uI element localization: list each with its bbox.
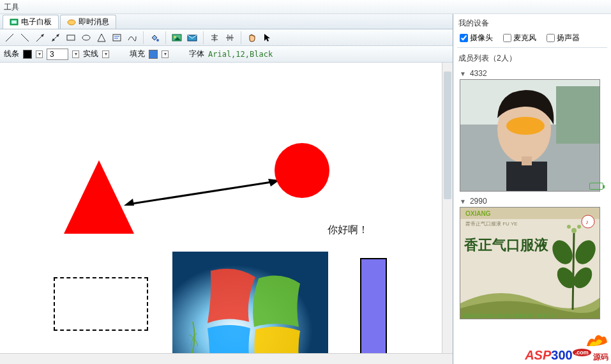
whiteboard-icon <box>10 19 19 26</box>
svg-rect-36 <box>556 86 600 144</box>
members-title: 成员列表（2人） <box>457 48 607 66</box>
left-pane: 电子白板 即时消息 <box>0 14 453 364</box>
fill-color-swatch[interactable] <box>149 50 158 59</box>
tool-arrow[interactable] <box>33 31 47 45</box>
tool-align-center[interactable] <box>207 31 222 45</box>
shape-toolbar <box>0 29 453 46</box>
shape-dashed-rect[interactable] <box>54 277 148 331</box>
svg-line-3 <box>6 34 13 42</box>
tool-image[interactable] <box>170 31 184 45</box>
svg-rect-1 <box>11 20 17 24</box>
tool-triangle[interactable] <box>94 31 109 45</box>
image-windows-logo[interactable] <box>172 252 328 353</box>
svg-line-30 <box>128 181 276 204</box>
svg-rect-33 <box>172 252 328 353</box>
svg-point-55 <box>577 225 581 229</box>
chk-camera[interactable]: 摄像头 <box>460 33 493 43</box>
shape-circle[interactable] <box>275 143 329 198</box>
tool-freehand[interactable] <box>125 31 139 45</box>
menu-bar: 工具 <box>0 0 611 14</box>
tool-align-vcenter[interactable] <box>223 31 237 45</box>
member-item: ▼ 4332 <box>457 66 607 194</box>
right-pane: 我的设备 摄像头 麦克风 扬声器 成员列表（2人） ▼ 4332 <box>453 14 611 364</box>
tool-ellipse[interactable] <box>79 31 93 45</box>
whiteboard-canvas[interactable]: 你好啊！ <box>0 63 442 353</box>
tab-label: 即时消息 <box>79 17 109 27</box>
tool-line-ne[interactable] <box>18 31 32 45</box>
svg-rect-10 <box>67 35 75 40</box>
horizontal-scrollbar[interactable] <box>0 353 453 364</box>
svg-point-2 <box>68 20 75 25</box>
svg-rect-39 <box>506 162 547 192</box>
chk-speaker[interactable]: 扬声器 <box>547 33 580 43</box>
tab-label: 电子白板 <box>21 17 52 27</box>
fill-label: 填充 <box>130 49 145 59</box>
line-color-swatch[interactable] <box>23 50 32 59</box>
tool-email[interactable] <box>185 31 199 45</box>
style-toolbar: 线条 ▾ 3 ▾ 实线 ▾ 填充 ▾ 字体 Arial,12,Black <box>0 46 453 63</box>
svg-point-16 <box>156 39 159 42</box>
svg-line-4 <box>21 34 29 42</box>
svg-point-11 <box>82 35 90 40</box>
tool-text[interactable] <box>110 31 124 45</box>
battery-icon <box>589 183 603 190</box>
member-id: 4332 <box>470 69 487 78</box>
tab-im[interactable]: 即时消息 <box>60 15 116 29</box>
member-id: 2990 <box>470 197 487 206</box>
style-dropdown[interactable]: ▾ <box>102 50 109 58</box>
member-item: ▼ 2990 OXIANG 藿香正气口服液 FU YE ♪ 香正气口服液 <box>457 194 607 322</box>
svg-point-53 <box>571 228 577 233</box>
fill-color-dropdown[interactable]: ▾ <box>162 50 169 58</box>
svg-point-18 <box>174 36 176 38</box>
font-label: 字体 <box>189 49 204 59</box>
device-checkboxes: 摄像头 麦克风 扬声器 <box>457 31 607 48</box>
collapse-icon: ▼ <box>460 70 466 77</box>
svg-line-48 <box>573 233 574 310</box>
vertical-scrollbar[interactable] <box>442 63 453 353</box>
svg-marker-29 <box>264 34 270 42</box>
tool-hand[interactable] <box>245 31 259 45</box>
svg-text:♪: ♪ <box>585 218 589 225</box>
line-color-dropdown[interactable]: ▾ <box>36 50 43 58</box>
line-width-dropdown[interactable]: ▾ <box>72 50 79 58</box>
chat-icon <box>67 19 76 26</box>
member-header[interactable]: ▼ 2990 <box>457 195 607 207</box>
separator <box>143 31 144 44</box>
svg-marker-31 <box>124 199 134 206</box>
svg-text:OXIANG: OXIANG <box>465 210 491 217</box>
style-label: 实线 <box>83 49 98 59</box>
svg-point-54 <box>567 225 571 229</box>
canvas-area: 你好啊！ <box>0 63 453 353</box>
svg-point-38 <box>506 117 545 135</box>
collapse-icon: ▼ <box>460 198 466 205</box>
svg-text:香正气口服液: 香正气口服液 <box>464 237 549 253</box>
member-video[interactable] <box>460 79 600 192</box>
tool-double-arrow[interactable] <box>49 31 63 45</box>
text-hello[interactable]: 你好啊！ <box>328 224 368 237</box>
svg-rect-13 <box>113 34 121 41</box>
shape-filled-rect[interactable] <box>360 258 387 353</box>
tool-rect[interactable] <box>64 31 78 45</box>
separator <box>203 31 204 44</box>
separator <box>241 31 241 44</box>
member-header[interactable]: ▼ 4332 <box>457 68 607 79</box>
tool-fill[interactable] <box>147 31 162 45</box>
tool-line-nw[interactable] <box>3 31 17 45</box>
font-spec[interactable]: Arial,12,Black <box>208 50 273 59</box>
svg-rect-40 <box>522 156 532 165</box>
tab-whiteboard[interactable]: 电子白板 <box>3 15 59 29</box>
tab-strip: 电子白板 即时消息 <box>0 14 453 29</box>
svg-text:藿香正气口服液 FU YE: 藿香正气口服液 FU YE <box>465 221 518 227</box>
member-video[interactable]: OXIANG 藿香正气口服液 FU YE ♪ 香正气口服液 国药准字Z51021… <box>460 207 600 319</box>
devices-title: 我的设备 <box>457 17 607 31</box>
line-label: 线条 <box>4 49 19 59</box>
watermark: ASP300.com 源码 <box>525 348 608 363</box>
flame-icon <box>583 328 608 347</box>
chk-mic[interactable]: 麦克风 <box>503 33 536 43</box>
svg-text:国药准字Z51021320 四川恩威制药厂有限公司: 国药准字Z51021320 四川恩威制药厂有限公司 <box>464 314 555 318</box>
shape-double-arrow[interactable] <box>124 178 280 208</box>
line-width-input[interactable]: 3 <box>47 49 68 60</box>
tool-pointer[interactable] <box>260 31 275 45</box>
menu-tools[interactable]: 工具 <box>4 3 19 11</box>
separator <box>165 31 166 44</box>
